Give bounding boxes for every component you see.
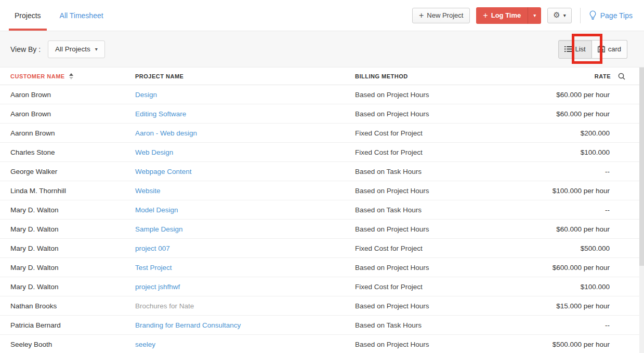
- table-row[interactable]: Linda M. Thornhill Website Based on Proj…: [0, 181, 644, 200]
- billing-method-cell: Based on Task Hours: [345, 168, 501, 175]
- page-tips-label: Page Tips: [600, 11, 633, 20]
- project-name-cell: Branding for Bernard Consultancy: [125, 321, 345, 329]
- tab-projects[interactable]: Projects: [10, 0, 45, 31]
- project-link[interactable]: Editing Software: [135, 110, 186, 118]
- caret-down-icon: ▾: [533, 12, 536, 18]
- project-name-cell: Web Design: [125, 148, 345, 156]
- vertical-scrollbar[interactable]: [639, 67, 644, 353]
- table-row[interactable]: Aaron Brown Design Based on Project Hour…: [0, 85, 644, 104]
- project-link[interactable]: Aaron - Web design: [135, 129, 197, 137]
- list-view-label: List: [575, 45, 585, 53]
- filter-toolbar: View By : All Projects ▾ List: [0, 31, 644, 67]
- table-row[interactable]: Seeley Booth seeley Based on Project Hou…: [0, 335, 644, 353]
- customer-name-cell: Linda M. Thornhill: [0, 187, 125, 195]
- rate-cell: $15.000 per hour: [501, 302, 644, 310]
- active-tab-underline: [9, 29, 47, 31]
- customer-name-cell: Aaron Brown: [0, 91, 125, 99]
- column-header-customer-name[interactable]: CUSTOMER NAME: [0, 73, 125, 79]
- table-row[interactable]: Aaronn Brown Aaron - Web design Fixed Co…: [0, 124, 644, 143]
- log-time-dropdown-button[interactable]: ▾: [528, 7, 541, 24]
- table-row[interactable]: Mary D. Walton project jshfhwf Fixed Cos…: [0, 277, 644, 296]
- rate-cell: $60.000 per hour: [501, 225, 644, 233]
- table-row[interactable]: Aaron Brown Editing Software Based on Pr…: [0, 104, 644, 124]
- search-icon[interactable]: [618, 73, 625, 80]
- table-row[interactable]: Charles Stone Web Design Fixed Cost for …: [0, 143, 644, 162]
- rate-cell: $60.000 per hour: [501, 110, 644, 118]
- billing-method-cell: Fixed Cost for Project: [345, 148, 501, 156]
- table-row[interactable]: Mary D. Walton Sample Design Based on Pr…: [0, 220, 644, 239]
- billing-method-cell: Based on Project Hours: [345, 110, 501, 118]
- caret-down-icon: ▾: [563, 12, 566, 18]
- lightbulb-icon: [589, 10, 597, 20]
- project-link[interactable]: Website: [135, 187, 161, 195]
- billing-method-cell: Based on Project Hours: [345, 225, 501, 233]
- customer-name-header-label: CUSTOMER NAME: [10, 73, 65, 79]
- project-name-cell: Aaron - Web design: [125, 129, 345, 137]
- list-view-button[interactable]: List: [558, 40, 592, 59]
- customer-name-cell: Patricia Bernard: [0, 321, 125, 329]
- log-time-label: Log Time: [491, 11, 521, 19]
- project-name-cell: seeley: [125, 341, 345, 348]
- billing-method-cell: Fixed Cost for Project: [345, 245, 501, 252]
- scrollbar-thumb[interactable]: [639, 67, 644, 266]
- projects-table-body: Aaron Brown Design Based on Project Hour…: [0, 85, 644, 353]
- rate-header-label: RATE: [595, 73, 611, 79]
- project-link[interactable]: project jshfhwf: [135, 283, 180, 291]
- column-header-rate[interactable]: RATE: [501, 73, 644, 80]
- top-actions: + New Project + Log Time ▾ ⚙ ▾ Page Tips: [412, 7, 633, 24]
- billing-method-cell: Based on Task Hours: [345, 321, 501, 329]
- table-row[interactable]: Patricia Bernard Branding for Bernard Co…: [0, 316, 644, 335]
- rate-cell: --: [501, 206, 644, 214]
- rate-cell: $60.000 per hour: [501, 91, 644, 99]
- project-name-cell: Brochures for Nate: [125, 302, 345, 310]
- customer-name-cell: George Walker: [0, 168, 125, 175]
- caret-down-icon: ▾: [95, 46, 98, 52]
- new-project-label: New Project: [427, 11, 463, 19]
- page-tips-link[interactable]: Page Tips: [589, 10, 633, 20]
- view-by-dropdown[interactable]: All Projects ▾: [48, 40, 105, 58]
- table-row[interactable]: Nathan Brooks Brochures for Nate Based o…: [0, 296, 644, 316]
- view-by-group: View By : All Projects ▾: [10, 40, 105, 58]
- view-by-label: View By :: [10, 45, 41, 53]
- project-name-cell: Website: [125, 187, 345, 195]
- project-name-cell: Design: [125, 91, 345, 99]
- column-header-billing-method[interactable]: BILLING METHOD: [345, 73, 501, 79]
- billing-method-cell: Based on Project Hours: [345, 91, 501, 99]
- rate-cell: $600.000 per hour: [501, 264, 644, 271]
- project-link[interactable]: Brochures for Nate: [135, 302, 194, 310]
- customer-name-cell: Mary D. Walton: [0, 283, 125, 291]
- table-row[interactable]: George Walker Webpage Content Based on T…: [0, 162, 644, 181]
- rate-cell: --: [501, 168, 644, 175]
- project-link[interactable]: Test Project: [135, 264, 172, 271]
- column-header-project-name[interactable]: PROJECT NAME: [125, 73, 345, 79]
- log-time-button[interactable]: + Log Time: [476, 7, 528, 24]
- list-icon: [564, 46, 572, 52]
- project-link[interactable]: Sample Design: [135, 225, 183, 233]
- card-view-button[interactable]: card: [592, 40, 627, 59]
- project-name-cell: project jshfhwf: [125, 283, 345, 291]
- tab-projects-label: Projects: [15, 11, 41, 20]
- project-link[interactable]: Design: [135, 91, 157, 99]
- project-name-cell: Editing Software: [125, 110, 345, 118]
- table-row[interactable]: Mary D. Walton Model Design Based on Tas…: [0, 200, 644, 220]
- view-toggle-group: List card: [558, 40, 627, 59]
- project-link[interactable]: Model Design: [135, 206, 178, 214]
- project-link[interactable]: project 007: [135, 245, 170, 252]
- project-link[interactable]: Web Design: [135, 148, 173, 156]
- table-row[interactable]: Mary D. Walton project 007 Fixed Cost fo…: [0, 239, 644, 258]
- new-project-button[interactable]: + New Project: [412, 8, 470, 23]
- calendar-icon: [598, 46, 605, 52]
- table-row[interactable]: Mary D. Walton Test Project Based on Pro…: [0, 258, 644, 277]
- project-link[interactable]: Webpage Content: [135, 168, 192, 175]
- project-link[interactable]: Branding for Bernard Consultancy: [135, 321, 241, 329]
- project-name-cell: Sample Design: [125, 225, 345, 233]
- tab-all-timesheet-label: All Timesheet: [60, 11, 103, 20]
- settings-button[interactable]: ⚙ ▾: [547, 8, 571, 23]
- header-divider: [580, 8, 581, 23]
- customer-name-cell: Mary D. Walton: [0, 264, 125, 271]
- log-time-split-button: + Log Time ▾: [476, 7, 541, 24]
- rate-cell: $200.000: [501, 129, 644, 137]
- tab-all-timesheet[interactable]: All Timesheet: [60, 0, 103, 31]
- customer-name-cell: Aaronn Brown: [0, 129, 125, 137]
- project-link[interactable]: seeley: [135, 341, 155, 348]
